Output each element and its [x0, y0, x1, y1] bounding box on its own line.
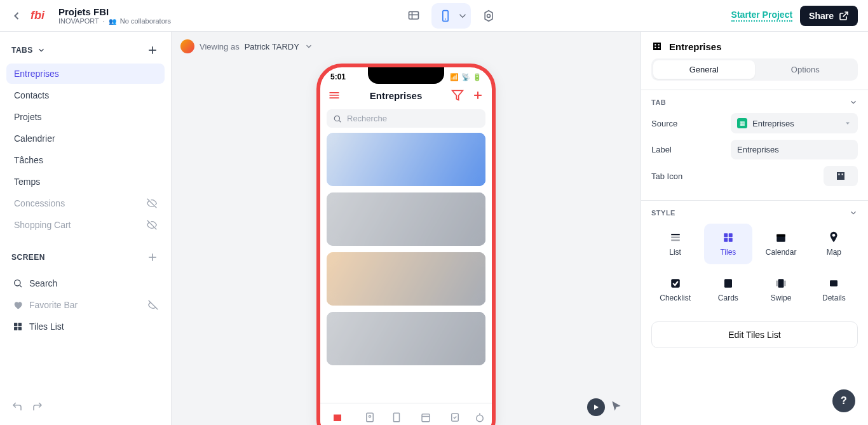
- help-button[interactable]: ?: [832, 389, 855, 412]
- signal-icon: 📶: [450, 73, 459, 81]
- seg-options[interactable]: Options: [755, 60, 857, 79]
- filter-icon[interactable]: [451, 89, 464, 102]
- starter-project-link[interactable]: Starter Project: [731, 10, 792, 22]
- source-select[interactable]: ▦ Entreprises: [731, 113, 858, 133]
- segmented-control: General Options: [651, 58, 858, 81]
- tabbar-contacts[interactable]: Contacts: [360, 412, 380, 425]
- tile-item[interactable]: [327, 133, 485, 186]
- edit-tiles-list-button[interactable]: Edit Tiles List: [651, 321, 858, 348]
- svg-marker-5: [485, 10, 492, 21]
- screen-item-favorite-bar[interactable]: Favorite Bar: [6, 295, 165, 315]
- svg-point-32: [477, 415, 484, 422]
- tabbar-projets[interactable]: Projets: [389, 412, 405, 425]
- chevron-down-icon: [849, 98, 858, 107]
- svg-line-24: [339, 120, 341, 122]
- add-icon[interactable]: [471, 89, 484, 102]
- tabs-section-header[interactable]: TABS: [6, 39, 165, 64]
- logo: fbi: [31, 8, 51, 24]
- style-cards[interactable]: Cards: [704, 269, 752, 310]
- sidebar-tab-calendrier[interactable]: Calendrier: [6, 128, 165, 149]
- style-details[interactable]: Details: [810, 269, 858, 310]
- app-search-bar[interactable]: Recherche: [327, 109, 485, 128]
- search-icon: [333, 114, 342, 123]
- svg-rect-13: [14, 323, 17, 326]
- sidebar-tab-temps[interactable]: Temps: [6, 172, 165, 192]
- sidebar-tab-shopping-cart[interactable]: Shopping Cart: [6, 215, 165, 235]
- cursor-button[interactable]: [610, 400, 623, 415]
- svg-rect-0: [409, 11, 418, 19]
- svg-rect-50: [724, 238, 728, 242]
- undo-button[interactable]: [11, 401, 23, 412]
- header-actions: Starter Project Share: [731, 6, 858, 26]
- play-button[interactable]: [587, 398, 605, 416]
- phone-view-button[interactable]: [434, 6, 457, 26]
- sidebar-tab-projets[interactable]: Projets: [6, 107, 165, 127]
- undo-redo-controls: [6, 396, 165, 417]
- menu-icon[interactable]: [328, 89, 341, 102]
- svg-marker-34: [594, 405, 599, 410]
- svg-rect-15: [14, 327, 17, 330]
- add-screen-button[interactable]: [146, 250, 159, 264]
- sheet-icon: ▦: [737, 118, 747, 128]
- svg-rect-56: [724, 279, 732, 288]
- source-label: Source: [651, 119, 677, 128]
- tiles-icon: [13, 321, 23, 332]
- style-tiles[interactable]: Tiles: [704, 224, 752, 264]
- style-section: STYLE List Tiles Calendar Map Checklist …: [641, 200, 868, 318]
- share-button[interactable]: Share: [800, 6, 858, 26]
- avatar: [180, 39, 194, 53]
- style-section-header[interactable]: STYLE: [651, 208, 858, 217]
- screen-item-tiles-list[interactable]: Tiles List: [6, 316, 165, 337]
- viewing-as-user: Patrick TARDY: [245, 42, 299, 51]
- style-map[interactable]: Map: [810, 224, 858, 264]
- svg-rect-51: [729, 238, 733, 242]
- screen-section-label: SCREEN: [11, 253, 45, 262]
- tile-item[interactable]: [327, 192, 485, 246]
- tabbar-entreprises[interactable]: Entreprises: [325, 412, 350, 425]
- settings-button[interactable]: [476, 4, 501, 27]
- style-calendar[interactable]: Calendar: [757, 224, 805, 264]
- building-icon: [835, 170, 846, 182]
- svg-point-6: [487, 14, 490, 17]
- screen-section-header[interactable]: SCREEN: [6, 246, 165, 271]
- tabbar-temps[interactable]: Temps: [472, 412, 487, 425]
- tabicon-picker[interactable]: [824, 166, 858, 186]
- tabbar-calendrier[interactable]: Calendrier: [414, 412, 437, 425]
- svg-point-27: [369, 415, 370, 417]
- style-checklist[interactable]: Checklist: [651, 269, 699, 310]
- screen-item-search[interactable]: Search: [6, 273, 165, 293]
- svg-rect-28: [394, 413, 400, 422]
- phone-view-selector[interactable]: [431, 3, 471, 29]
- sidebar-tab-contacts[interactable]: Contacts: [6, 85, 165, 105]
- add-tab-button[interactable]: [146, 43, 159, 57]
- style-swipe[interactable]: Swipe: [757, 269, 805, 310]
- redo-button[interactable]: [32, 401, 43, 412]
- tab-section-header[interactable]: TAB: [651, 98, 858, 107]
- style-list[interactable]: List: [651, 224, 699, 264]
- collaborators-text[interactable]: No collaborators: [120, 17, 171, 25]
- tile-item[interactable]: [327, 252, 485, 306]
- svg-rect-49: [729, 233, 733, 237]
- svg-marker-41: [846, 123, 850, 125]
- screen-list: Search Favorite Bar Tiles List: [6, 273, 165, 337]
- desktop-view-button[interactable]: [401, 4, 426, 27]
- svg-rect-36: [653, 43, 661, 50]
- sidebar-tab-entreprises[interactable]: Entreprises: [6, 64, 165, 84]
- chevron-down-icon[interactable]: [457, 10, 468, 22]
- wifi-icon: 📡: [461, 73, 470, 81]
- tabbar-taches[interactable]: Tâches: [447, 412, 463, 425]
- svg-rect-43: [838, 173, 839, 175]
- sidebar-tab-taches[interactable]: Tâches: [6, 150, 165, 170]
- source-row: Source ▦ Entreprises: [651, 113, 858, 133]
- back-button[interactable]: [10, 10, 23, 22]
- viewing-as-bar[interactable]: Viewing as Patrick TARDY: [172, 32, 641, 61]
- label-input[interactable]: Entreprises: [731, 140, 858, 159]
- dropdown-icon: [844, 119, 851, 127]
- battery-icon: 🔋: [473, 73, 482, 81]
- tile-item[interactable]: [327, 312, 485, 365]
- seg-general[interactable]: General: [653, 60, 755, 79]
- svg-marker-35: [612, 401, 620, 411]
- sidebar-tab-concessions[interactable]: Concessions: [6, 193, 165, 213]
- label-label: Label: [651, 145, 672, 154]
- svg-rect-47: [671, 239, 680, 241]
